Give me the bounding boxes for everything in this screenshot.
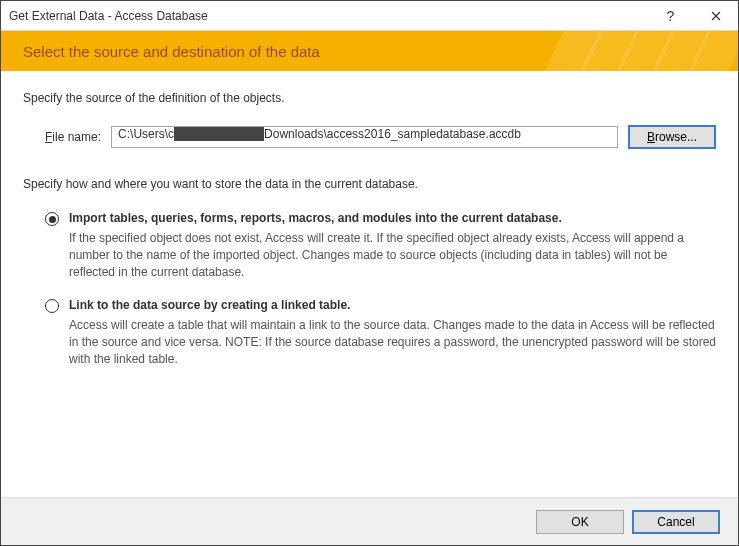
file-name-label: File name: [45,130,101,144]
file-name-row: File name: C:\Users\cxxxxxxxxxxxxxxxDown… [45,125,716,149]
header-heading: Select the source and destination of the… [23,43,320,60]
option-link-desc: Access will create a table that will mai… [69,317,716,367]
dialog-window: Get External Data - Access Database ? Se… [0,0,739,546]
dialog-footer: OK Cancel [1,497,738,545]
close-button[interactable] [693,1,738,30]
browse-button[interactable]: Browse... [628,125,716,149]
option-link[interactable]: Link to the data source by creating a li… [45,298,716,367]
help-button[interactable]: ? [648,1,693,30]
ok-button[interactable]: OK [536,510,624,534]
option-import[interactable]: Import tables, queries, forms, reports, … [45,211,716,280]
titlebar-buttons: ? [648,1,738,30]
option-link-title: Link to the data source by creating a li… [69,298,716,312]
option-import-desc: If the specified object does not exist, … [69,230,716,280]
titlebar: Get External Data - Access Database ? [1,1,738,31]
options-group: Import tables, queries, forms, reports, … [45,211,716,368]
header-decoration [558,31,738,71]
header-band: Select the source and destination of the… [1,31,738,71]
file-name-input[interactable]: C:\Users\cxxxxxxxxxxxxxxxDownloads\acces… [111,126,618,148]
window-title: Get External Data - Access Database [9,9,648,23]
redacted-segment: xxxxxxxxxxxxxxx [174,127,264,141]
option-import-title: Import tables, queries, forms, reports, … [69,211,716,225]
dialog-body: Specify the source of the definition of … [1,71,738,497]
radio-link[interactable] [45,299,59,313]
option-import-body: Import tables, queries, forms, reports, … [69,211,716,280]
close-icon [711,11,721,21]
option-link-body: Link to the data source by creating a li… [69,298,716,367]
cancel-button[interactable]: Cancel [632,510,720,534]
radio-import[interactable] [45,212,59,226]
store-data-label: Specify how and where you want to store … [23,177,716,191]
source-definition-label: Specify the source of the definition of … [23,91,716,105]
